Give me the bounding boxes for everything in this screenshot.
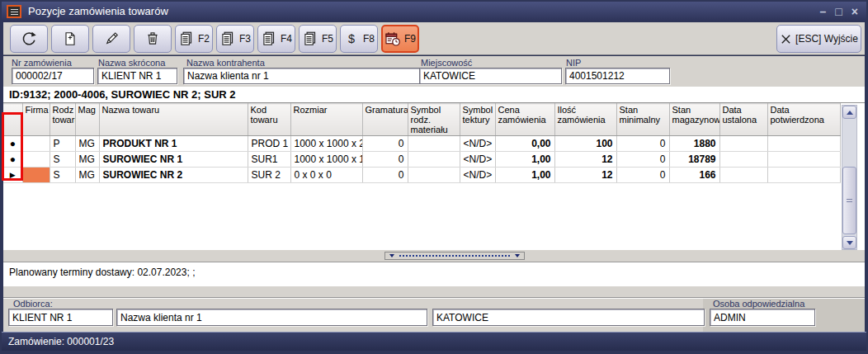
cell-symbol_tekt: <N/D>: [460, 136, 495, 152]
collapse-left-icon: [389, 254, 394, 257]
pencil-icon: [103, 31, 120, 47]
cell-nazwa: SUROWIEC NR 2: [99, 168, 248, 183]
city-input[interactable]: [419, 68, 562, 84]
f4-button[interactable]: F4: [257, 25, 295, 53]
app-icon: [7, 5, 21, 18]
button-label: F8: [363, 33, 375, 45]
row-marker: ●: [3, 136, 22, 152]
column-header-symbol_tekt[interactable]: Symbol tektury: [460, 104, 495, 136]
cell-ilosc: 100: [554, 136, 616, 152]
splitter-dots: [399, 255, 510, 257]
order-number-input[interactable]: [12, 68, 94, 84]
document-icon: [302, 31, 318, 47]
city-label: Miejscowość: [421, 58, 472, 68]
cell-stan_min: 0: [616, 168, 669, 183]
recipient-panel: Odbiorca: Osoba odpowiedzialna: [3, 286, 865, 332]
maximize-button[interactable]: □: [835, 6, 842, 17]
contractor-name-label: Nazwa kontrahenta: [186, 58, 265, 68]
calendar-clock-icon: [384, 31, 401, 47]
edit-item-button[interactable]: [92, 25, 130, 53]
cell-cena: 0,00: [495, 136, 554, 152]
cell-symbol_mat: [408, 168, 460, 183]
recipient-full-name-input[interactable]: [116, 309, 427, 326]
cell-symbol_tekt: <N/D>: [460, 152, 495, 168]
scroll-up-button[interactable]: [842, 106, 856, 119]
dollar-icon: $: [343, 31, 360, 47]
minimize-button[interactable]: –: [820, 6, 827, 17]
selected-item-id-line: ID:9132; 2000-4006, SUROWIEC NR 2; SUR 2: [3, 87, 865, 103]
f8-button[interactable]: $F8: [340, 25, 378, 53]
column-header-ilosc[interactable]: Ilość zamówienia: [554, 104, 616, 136]
recipient-label: Odbiorca:: [13, 299, 53, 309]
column-header-data_pot[interactable]: Data potwierdzona: [767, 104, 840, 136]
short-name-input[interactable]: [97, 68, 177, 84]
items-table: FirmaRodz towaruMagNazwa towaruKod towar…: [3, 103, 841, 183]
recipient-short-name-input[interactable]: [8, 309, 113, 326]
f2-button[interactable]: F2: [175, 25, 213, 53]
collapse-right-icon: [515, 254, 520, 257]
close-button[interactable]: ×: [851, 6, 858, 17]
scrollbar-thumb[interactable]: [842, 167, 856, 234]
esc-exit-button[interactable]: [ESC] Wyjście: [776, 25, 861, 53]
splitter-band: [3, 250, 865, 262]
cell-stan_mag: 18789: [669, 152, 719, 168]
f5-button[interactable]: F5: [299, 25, 337, 53]
table-row[interactable]: ●PMGPRODUKT NR 1PROD 11000 x 1000 x 20<N…: [3, 136, 840, 152]
window-title: Pozycje zamówienia towarów: [28, 2, 168, 21]
column-header-firma[interactable]: Firma: [22, 104, 50, 136]
f9-button[interactable]: F9: [381, 25, 419, 53]
recipient-city-input[interactable]: [432, 309, 705, 326]
column-header-data_ust[interactable]: Data ustalona: [719, 104, 767, 136]
new-document-icon: [62, 31, 78, 47]
cell-ilosc: 12: [554, 168, 616, 183]
column-header-mag[interactable]: Mag: [75, 104, 99, 136]
column-header-marker[interactable]: [3, 104, 22, 136]
grid-splitter-toggle[interactable]: [384, 252, 525, 260]
arrow-down-icon: [847, 241, 853, 245]
f3-button[interactable]: F3: [216, 25, 254, 53]
responsible-person-input[interactable]: [710, 309, 815, 326]
column-header-rodz[interactable]: Rodz towaru: [50, 104, 75, 136]
cell-gramatura: 0: [362, 136, 408, 152]
titlebar: Pozycje zamówienia towarów – □ ×: [2, 2, 866, 21]
delete-item-button[interactable]: [134, 25, 172, 53]
button-label: F2: [198, 33, 210, 45]
cell-cena: 1,00: [495, 152, 554, 168]
cell-stan_min: 0: [616, 152, 669, 168]
esc-exit-label: [ESC] Wyjście: [795, 33, 858, 45]
cell-mag: MG: [75, 152, 99, 168]
column-header-rozmiar[interactable]: Rozmiar: [290, 104, 362, 136]
cell-rodz: S: [50, 152, 75, 168]
nip-input[interactable]: [565, 68, 670, 84]
column-header-stan_min[interactable]: Stan minimalny: [616, 104, 669, 136]
row-marker: ●: [3, 152, 22, 168]
cell-nazwa: PRODUKT NR 1: [99, 136, 248, 152]
table-row[interactable]: ●SMGSUROWIEC NR 1SUR11000 x 1000 x 10<N/…: [3, 152, 840, 168]
contractor-name-input[interactable]: [183, 68, 422, 84]
toolbar: [ESC] Wyjście F2F3F4F5$F8F9: [3, 22, 865, 55]
column-header-stan_mag[interactable]: Stan magazynow: [669, 104, 719, 136]
planned-delivery-note: Planowany terminy dostawy: 02.07.2023; ;: [3, 262, 865, 286]
column-header-cena[interactable]: Cena zamówienia: [495, 104, 554, 136]
column-header-symbol_mat[interactable]: Symbol rodz. materiału: [408, 104, 460, 136]
trash-icon: [144, 31, 161, 47]
status-text: Zamówienie: 000001/23: [8, 336, 114, 347]
window-controls: – □ ×: [820, 2, 858, 21]
cell-data_ust: [719, 168, 767, 183]
cell-data_ust: [719, 136, 767, 152]
cell-rozmiar: 1000 x 1000 x 1: [290, 152, 362, 168]
scroll-down-button[interactable]: [842, 236, 856, 249]
table-row[interactable]: ▶SMGSUROWIEC NR 2SUR 20 x 0 x 00<N/D>1,0…: [3, 168, 840, 183]
column-header-kod[interactable]: Kod towaru: [248, 104, 290, 136]
status-bar: Zamówienie: 000001/23: [2, 332, 866, 351]
arrow-up-icon: [847, 111, 853, 115]
refresh-button[interactable]: [10, 25, 48, 53]
column-header-gramatura[interactable]: Gramatura: [362, 104, 408, 136]
new-item-button[interactable]: [51, 25, 89, 53]
column-header-nazwa[interactable]: Nazwa towaru: [99, 104, 248, 136]
cell-symbol_mat: [408, 136, 460, 152]
cell-data_pot: [767, 168, 840, 183]
items-grid-area: FirmaRodz towaruMagNazwa towaruKod towar…: [3, 103, 865, 250]
button-label: F9: [404, 33, 416, 45]
vertical-scrollbar[interactable]: [842, 105, 857, 250]
